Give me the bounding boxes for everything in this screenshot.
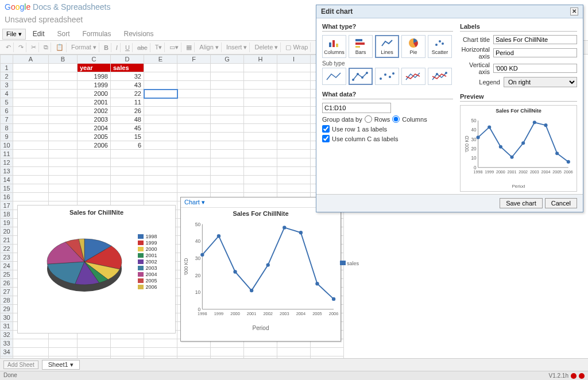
svg-text:2000: 2000 bbox=[230, 311, 239, 316]
svg-text:2006: 2006 bbox=[564, 170, 573, 175]
brand: Google Docs & Spreadsheets bbox=[5, 2, 111, 11]
delete-menu[interactable]: Delete ▾ bbox=[252, 42, 281, 52]
borders-icon[interactable]: ▦ bbox=[184, 42, 195, 52]
paste-icon[interactable]: 📋 bbox=[53, 42, 67, 52]
pie-title: Sales for ChillNite bbox=[18, 205, 175, 219]
use-colc-checkbox[interactable] bbox=[322, 135, 330, 142]
embedded-line-chart[interactable]: Chart ▾ Sales For ChillNite 01020304050'… bbox=[180, 197, 341, 342]
svg-rect-30 bbox=[336, 44, 338, 47]
svg-text:40: 40 bbox=[471, 127, 477, 133]
svg-text:2004: 2004 bbox=[541, 170, 551, 175]
line-subtype-0[interactable] bbox=[322, 68, 346, 85]
svg-text:2005: 2005 bbox=[312, 311, 322, 316]
svg-text:2001: 2001 bbox=[247, 311, 256, 316]
chart-type-pie[interactable]: Pie bbox=[401, 35, 425, 58]
svg-text:'000 KD: '000 KD bbox=[183, 258, 189, 276]
line-subtype-4[interactable] bbox=[428, 68, 452, 85]
svg-text:2002: 2002 bbox=[263, 311, 272, 316]
svg-text:10: 10 bbox=[471, 156, 477, 161]
close-icon[interactable]: ✕ bbox=[570, 7, 578, 15]
svg-text:2001: 2001 bbox=[508, 170, 517, 175]
group-rows-radio[interactable] bbox=[365, 115, 372, 123]
line-xlabel: Period bbox=[181, 324, 341, 332]
svg-text:10: 10 bbox=[195, 289, 201, 295]
labels-section: Labels bbox=[460, 23, 577, 32]
underline-icon[interactable]: U bbox=[123, 43, 133, 52]
tab-edit[interactable]: Edit bbox=[27, 28, 51, 40]
chart-title-input[interactable] bbox=[493, 35, 577, 44]
bgcolor-icon[interactable]: ▭▾ bbox=[167, 42, 181, 52]
h-axis-input[interactable] bbox=[493, 48, 577, 57]
chart-type-lines[interactable]: Lines bbox=[375, 35, 399, 58]
svg-point-40 bbox=[361, 76, 363, 79]
svg-text:50: 50 bbox=[471, 118, 477, 123]
use-row1-checkbox[interactable] bbox=[322, 125, 330, 133]
line-subtype-2[interactable] bbox=[375, 68, 399, 85]
svg-text:1999: 1999 bbox=[485, 170, 494, 175]
svg-text:40: 40 bbox=[195, 238, 201, 244]
status-indicator-icon bbox=[571, 373, 577, 379]
file-menu[interactable]: File ▾ bbox=[2, 29, 26, 40]
line-legend: sales bbox=[340, 261, 359, 266]
tab-sort[interactable]: Sort bbox=[51, 28, 75, 40]
italic-icon[interactable]: I bbox=[114, 43, 121, 52]
copy-icon[interactable]: ⧉ bbox=[41, 42, 51, 52]
undo-icon[interactable]: ↶ bbox=[3, 42, 14, 52]
svg-text:2003: 2003 bbox=[280, 311, 289, 316]
group-cols-radio[interactable] bbox=[392, 115, 400, 123]
svg-rect-28 bbox=[329, 42, 331, 47]
redo-icon[interactable]: ↷ bbox=[16, 42, 26, 52]
sheet-tab-1[interactable]: Sheet1 ▾ bbox=[42, 360, 80, 370]
svg-point-47 bbox=[445, 72, 447, 74]
svg-rect-33 bbox=[355, 46, 360, 48]
dialog-title: Edit chart bbox=[321, 7, 353, 15]
add-sheet-button[interactable]: Add Sheet bbox=[3, 360, 38, 369]
svg-text:2000: 2000 bbox=[496, 170, 505, 175]
chart-type-bars[interactable]: Bars bbox=[349, 35, 373, 58]
line-subtype-3[interactable] bbox=[401, 68, 425, 85]
save-chart-button[interactable]: Save chart bbox=[500, 198, 543, 208]
pie-legend: 199819992000200120022003200420052006 bbox=[138, 233, 157, 290]
svg-point-36 bbox=[439, 40, 441, 42]
tab-revisions[interactable]: Revisions bbox=[118, 28, 160, 40]
svg-point-44 bbox=[389, 76, 391, 78]
chart-type-columns[interactable]: Columns bbox=[322, 35, 346, 58]
chart-type-scatter[interactable]: Scatter bbox=[428, 35, 452, 58]
svg-text:20: 20 bbox=[195, 273, 201, 278]
svg-text:20: 20 bbox=[471, 146, 477, 152]
svg-text:2006: 2006 bbox=[329, 311, 338, 316]
line-subtype-1[interactable] bbox=[349, 68, 373, 85]
group-by-label: Group data by bbox=[322, 116, 362, 123]
svg-point-46 bbox=[436, 73, 438, 75]
insert-menu[interactable]: Insert ▾ bbox=[224, 42, 250, 52]
sheet-tabs-bar: Add Sheet Sheet1 ▾ bbox=[0, 358, 588, 371]
svg-text:30: 30 bbox=[471, 137, 477, 142]
tab-formulas[interactable]: Formulas bbox=[77, 28, 117, 40]
preview-label: Preview bbox=[460, 93, 577, 102]
svg-point-42 bbox=[380, 77, 382, 80]
preview-box: Sales For ChillNite 01020304050'000 KD19… bbox=[460, 105, 577, 192]
cancel-button[interactable]: Cancel bbox=[545, 198, 577, 208]
svg-point-35 bbox=[435, 44, 438, 46]
subtype-label: Sub type bbox=[322, 60, 453, 67]
svg-text:'000 KD: '000 KD bbox=[465, 135, 470, 152]
format-menu[interactable]: Format ▾ bbox=[69, 42, 99, 52]
v-axis-input[interactable] bbox=[493, 64, 577, 73]
textcolor-icon[interactable]: T▾ bbox=[153, 42, 165, 52]
cut-icon[interactable]: ✂ bbox=[29, 42, 39, 52]
svg-text:1998: 1998 bbox=[198, 311, 207, 316]
line-graphic: 01020304050'000 KD1998199920002001200220… bbox=[181, 219, 341, 323]
what-type-label: What type? bbox=[322, 23, 453, 32]
status-version: V1.2.1h bbox=[549, 373, 568, 379]
wrap-toggle[interactable]: ▢ Wrap bbox=[283, 42, 311, 52]
strike-icon[interactable]: abc bbox=[135, 43, 150, 52]
svg-text:2003: 2003 bbox=[530, 170, 539, 175]
data-range-input[interactable] bbox=[322, 103, 391, 113]
svg-point-37 bbox=[442, 42, 444, 45]
align-menu[interactable]: Align ▾ bbox=[197, 42, 222, 52]
svg-rect-31 bbox=[355, 39, 362, 41]
embedded-pie-chart[interactable]: Sales for ChillNite 19981999200020012002… bbox=[17, 205, 176, 334]
legend-select[interactable]: On right bbox=[504, 77, 577, 87]
bold-icon[interactable]: B bbox=[102, 43, 111, 52]
svg-text:30: 30 bbox=[195, 255, 201, 261]
